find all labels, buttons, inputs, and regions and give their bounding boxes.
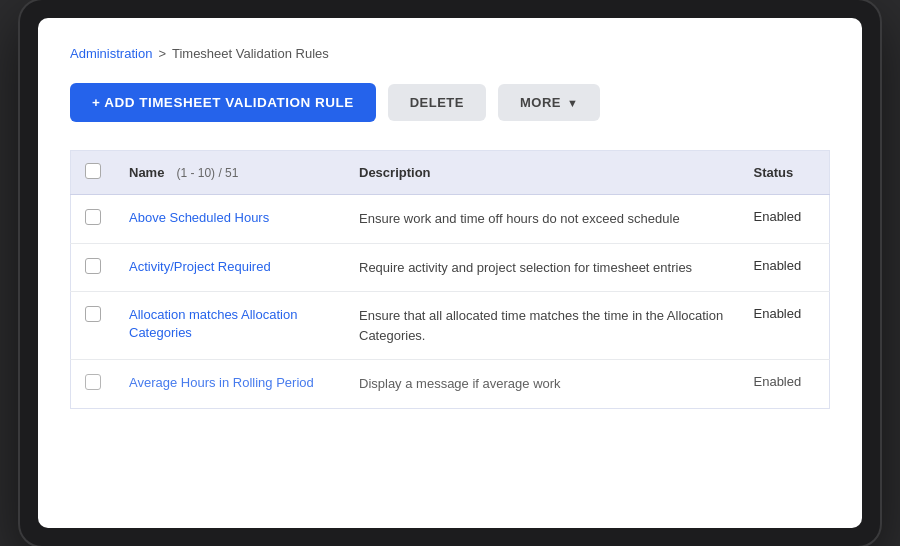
row-checkbox-cell[interactable] [71,360,116,409]
row-description: Display a message if average work [359,376,561,391]
breadcrumb-separator: > [158,46,166,61]
row-description-cell: Display a message if average work [345,360,740,409]
breadcrumb-current: Timesheet Validation Rules [172,46,329,61]
more-label: MORE [520,95,561,110]
row-checkbox[interactable] [85,374,101,390]
row-checkbox-cell[interactable] [71,243,116,292]
row-checkbox-cell[interactable] [71,195,116,244]
row-description-cell: Require activity and project selection f… [345,243,740,292]
row-description: Require activity and project selection f… [359,260,692,275]
add-rule-button[interactable]: + ADD TIMESHEET VALIDATION RULE [70,83,376,122]
toolbar: + ADD TIMESHEET VALIDATION RULE DELETE M… [70,83,830,122]
row-checkbox[interactable] [85,306,101,322]
row-status: Enabled [754,374,802,389]
row-description: Ensure that all allocated time matches t… [359,308,723,343]
row-checkbox[interactable] [85,209,101,225]
header-status: Status [740,151,830,195]
name-column-label: Name [129,165,164,180]
breadcrumb: Administration > Timesheet Validation Ru… [70,46,830,61]
row-checkbox[interactable] [85,258,101,274]
row-status: Enabled [754,306,802,321]
screen: Administration > Timesheet Validation Ru… [38,18,862,528]
header-name: Name (1 - 10) / 51 [115,151,345,195]
header-description: Description [345,151,740,195]
device-frame: Administration > Timesheet Validation Ru… [20,0,880,546]
row-status: Enabled [754,209,802,224]
rule-name-link[interactable]: Allocation matches Allocation Categories [129,307,297,340]
row-status-cell: Enabled [740,292,830,360]
pagination-label: (1 - 10) / 51 [176,166,238,180]
select-all-checkbox[interactable] [85,163,101,179]
table-header-row: Name (1 - 10) / 51 Description Status [71,151,830,195]
rule-name-link[interactable]: Activity/Project Required [129,259,271,274]
row-name-cell: Activity/Project Required [115,243,345,292]
table-row: Activity/Project Required Require activi… [71,243,830,292]
row-description: Ensure work and time off hours do not ex… [359,211,680,226]
row-status-cell: Enabled [740,243,830,292]
row-status: Enabled [754,258,802,273]
table-row: Average Hours in Rolling Period Display … [71,360,830,409]
row-name-cell: Above Scheduled Hours [115,195,345,244]
header-checkbox-cell[interactable] [71,151,116,195]
row-name-cell: Average Hours in Rolling Period [115,360,345,409]
row-status-cell: Enabled [740,195,830,244]
table-row: Allocation matches Allocation Categories… [71,292,830,360]
more-button[interactable]: MORE ▼ [498,84,600,121]
breadcrumb-admin-link[interactable]: Administration [70,46,152,61]
table-row: Above Scheduled Hours Ensure work and ti… [71,195,830,244]
row-description-cell: Ensure that all allocated time matches t… [345,292,740,360]
delete-button[interactable]: DELETE [388,84,486,121]
rule-name-link[interactable]: Average Hours in Rolling Period [129,375,314,390]
row-description-cell: Ensure work and time off hours do not ex… [345,195,740,244]
row-checkbox-cell[interactable] [71,292,116,360]
row-status-cell: Enabled [740,360,830,409]
rules-table: Name (1 - 10) / 51 Description Status Ab… [70,150,830,409]
rule-name-link[interactable]: Above Scheduled Hours [129,210,269,225]
row-name-cell: Allocation matches Allocation Categories [115,292,345,360]
chevron-down-icon: ▼ [567,97,578,109]
